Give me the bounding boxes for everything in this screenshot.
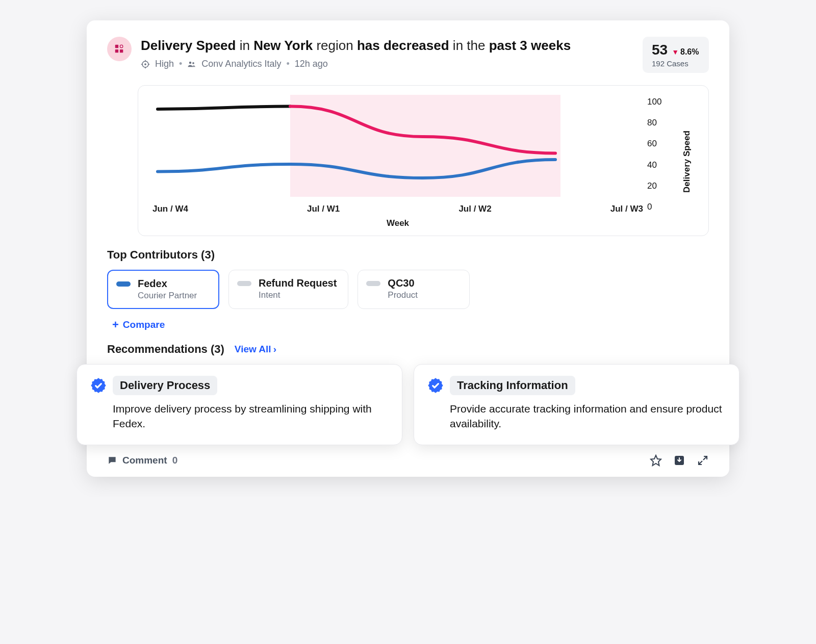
plus-icon: + <box>112 319 119 330</box>
footer-row: Comment 0 <box>107 454 709 467</box>
svg-point-11 <box>192 62 194 64</box>
contributor-name: QC30 <box>388 277 418 289</box>
line-chart <box>152 95 560 197</box>
compare-button[interactable]: + Compare <box>112 319 165 330</box>
x-axis-label: Week <box>152 218 643 228</box>
separator-dot: • <box>179 59 182 69</box>
score-value: 53 <box>652 42 668 58</box>
x-ticks: Jun / W4Jul / W1Jul / W2Jul / W3 <box>152 204 643 214</box>
team-icon <box>187 60 196 69</box>
svg-rect-0 <box>115 45 118 48</box>
chevron-right-icon: › <box>273 344 276 355</box>
contributor-name: Refund Request <box>259 277 337 289</box>
recommendations-row: Delivery Process Improve delivery proces… <box>76 364 740 445</box>
header-row: Delivery Speed in New York region has de… <box>107 37 709 73</box>
title-block: Delivery Speed in New York region has de… <box>141 37 633 69</box>
down-triangle-icon: ▼ <box>672 48 679 56</box>
series-color-pill <box>116 281 131 287</box>
contributor-card[interactable]: Refund Request Intent <box>228 270 348 309</box>
verified-badge-icon <box>427 377 444 394</box>
verified-badge-icon <box>90 377 107 394</box>
recommendation-title: Delivery Process <box>113 376 217 395</box>
y-axis-label: Delivery Speed <box>680 131 694 193</box>
meta-line: High • Conv Analytics Italy • 12h ago <box>141 59 633 69</box>
recommendation-card[interactable]: Tracking Information Provide accurate tr… <box>414 364 740 445</box>
contributor-name: Fedex <box>138 278 197 290</box>
recommendations-title: Recommendations (3) <box>107 343 224 356</box>
series-color-pill <box>237 281 251 286</box>
recommendation-card[interactable]: Delivery Process Improve delivery proces… <box>76 364 402 445</box>
recommendation-title: Tracking Information <box>450 376 575 395</box>
separator-dot: • <box>286 59 289 69</box>
recommendation-body: Improve delivery process by streamlining… <box>90 401 389 431</box>
contributors-title: Top Contributors (3) <box>107 248 709 262</box>
contributor-card[interactable]: Fedex Courier Partner <box>107 270 219 309</box>
comment-button[interactable]: Comment 0 <box>107 455 177 466</box>
expand-icon[interactable] <box>697 454 709 467</box>
comment-icon <box>107 455 117 466</box>
contributor-sub: Product <box>388 290 418 300</box>
score-delta: ▼ 8.6% <box>672 47 699 57</box>
contributor-sub: Courier Partner <box>138 291 197 301</box>
score-box: 53 ▼ 8.6% 192 Cases <box>643 37 709 73</box>
insight-card: Delivery Speed in New York region has de… <box>87 20 729 477</box>
priority-label: High <box>155 59 174 69</box>
svg-rect-3 <box>120 49 123 53</box>
chart-container: Jun / W4Jul / W1Jul / W2Jul / W3 Week 10… <box>138 85 709 236</box>
team-label: Conv Analytics Italy <box>201 59 281 69</box>
insight-title: Delivery Speed in New York region has de… <box>141 37 633 55</box>
svg-point-5 <box>145 63 146 64</box>
star-icon[interactable] <box>650 454 662 467</box>
series-color-pill <box>366 281 380 286</box>
download-icon[interactable] <box>673 454 685 467</box>
svg-point-1 <box>120 45 123 48</box>
view-all-link[interactable]: View All › <box>235 344 276 355</box>
svg-point-10 <box>189 61 192 64</box>
insight-type-icon <box>107 37 132 61</box>
svg-rect-2 <box>115 49 118 53</box>
age-label: 12h ago <box>295 59 328 69</box>
y-ticks: 100806040200 <box>647 95 676 228</box>
contributors-row: Fedex Courier Partner Refund Request Int… <box>107 270 709 309</box>
svg-marker-13 <box>651 455 661 466</box>
score-cases: 192 Cases <box>652 59 700 68</box>
contributor-card[interactable]: QC30 Product <box>358 270 470 309</box>
contributor-sub: Intent <box>259 290 337 300</box>
recommendation-body: Provide accurate tracking information an… <box>427 401 726 431</box>
target-icon <box>141 60 150 69</box>
